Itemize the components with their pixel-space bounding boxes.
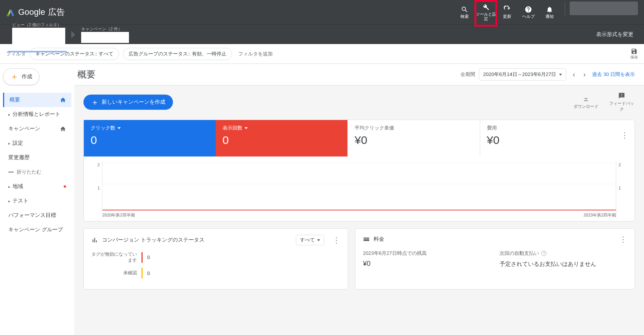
bottom-cards: コンバージョン トラッキングのステータス すべて ⋮ タグが無効になっています … — [83, 228, 635, 289]
chevron-right-icon: ▸ — [8, 112, 10, 117]
filter-bar: フィルタ キャンペーンのステータス:: すべて 広告グループのステータス:: 有… — [0, 44, 644, 64]
next-payment-col: 次回の自動支払い ? 予定されているお支払いはありません — [499, 250, 627, 268]
top-bar: Google 広告 検索 ツールと設定 更新 ヘルプ 通知 — [0, 0, 644, 24]
main-content: ＋ 新しいキャンペーンを作成 ダウンロード フィードバック クリック数 — [74, 85, 644, 335]
feedback-icon — [618, 92, 625, 99]
save-filter[interactable]: 保存 — [630, 48, 638, 60]
sidebar-item-regions[interactable]: ▸ 地域 — [3, 179, 71, 194]
help-tooltip-icon[interactable]: ? — [541, 251, 547, 256]
highlight-box — [474, 0, 497, 27]
active-indicator — [8, 51, 67, 52]
chevron-down-icon — [118, 127, 121, 129]
payment-icon — [363, 236, 370, 243]
collapse-icon — [8, 172, 14, 172]
refresh-action[interactable]: 更新 — [496, 2, 518, 23]
breadcrumb-separator — [71, 31, 75, 38]
account-switcher[interactable] — [570, 2, 638, 15]
divider — [565, 2, 565, 17]
sidebar-item-settings[interactable]: ▸ 設定 — [3, 136, 71, 150]
next-period[interactable]: › — [580, 70, 589, 79]
sidebar-item-test[interactable]: ▸ テスト — [3, 194, 71, 208]
tools-settings-action[interactable]: ツールと設定 — [475, 2, 496, 23]
help-icon — [525, 6, 532, 13]
cv-row-disabled: タグが無効になっています 0 — [91, 251, 340, 263]
download-action[interactable]: ダウンロード — [573, 95, 599, 109]
series-impressions-line — [102, 210, 616, 210]
cv-filter-select[interactable]: すべて — [296, 235, 324, 245]
download-icon — [583, 95, 589, 102]
breadcrumb-bar: ビュー（2 個のフィルタ） すべてのキャンペーン キャンペーン（2 件） キャン… — [0, 24, 644, 44]
sidebar-item-history[interactable]: 変更履歴 — [3, 150, 71, 165]
sidebar-item-groups[interactable]: キャンペーン グループ — [3, 223, 71, 237]
breadcrumb-campaign[interactable]: キャンペーン（2 件） キャンペーンを選択 — [77, 26, 134, 43]
top-actions: 検索 ツールと設定 更新 ヘルプ 通知 — [454, 2, 638, 23]
plus-icon: ＋ — [91, 98, 99, 106]
chevron-down-icon — [105, 41, 108, 43]
refresh-icon — [503, 6, 511, 13]
alert-dot-icon — [64, 185, 66, 188]
more-menu[interactable]: ⋮ — [333, 235, 340, 245]
sidebar: ＋ 作成 概要 ▸ 分析情報とレポート キャンペーン ▸ 設定 変更履歴 折りた… — [0, 64, 74, 335]
sidebar-item-performance[interactable]: パフォーマンス目標 — [3, 208, 71, 223]
chevron-right-icon: ▸ — [8, 141, 10, 145]
brand-suffix: 広告 — [48, 6, 65, 18]
chart-plot[interactable]: 2020年第2四半期 2023年第2四半期 — [102, 161, 616, 218]
google-ads-logo-icon — [6, 8, 15, 17]
period-label: 全期間 — [460, 71, 475, 78]
more-menu[interactable]: ⋮ — [621, 131, 628, 140]
metric-cost[interactable]: 費用 ¥0 — [480, 120, 612, 156]
search-icon — [461, 6, 468, 13]
billing-card: 料金 ⋮ 2023年6月27日時点での残高 ¥0 次回の自動支払い ? — [355, 228, 635, 289]
metric-impressions[interactable]: 表示回数 0 — [216, 120, 348, 156]
prev-period[interactable]: ‹ — [569, 70, 578, 79]
chevron-down-icon — [559, 74, 562, 76]
metrics-card: クリック数 0 表示回数 0 平均クリック単価 ¥0 費用 — [83, 120, 635, 221]
cv-bar-red — [141, 252, 143, 263]
date-range-picker[interactable]: 2020年6月14日～2023年6月27日 — [479, 68, 566, 81]
show-last-30-days[interactable]: 過去 30 日間を表示 — [592, 71, 635, 78]
bell-icon — [546, 6, 553, 13]
chevron-down-icon — [39, 45, 42, 47]
metric-clicks[interactable]: クリック数 0 — [84, 120, 216, 156]
trend-chart: 21 2020年第2四半期 2023年第2四半期 — [84, 156, 635, 221]
main: 概要 全期間 2020年6月14日～2023年6月27日 ‹ › 過去 30 日… — [74, 64, 644, 335]
change-view-format[interactable]: 表示形式を変更 — [590, 31, 639, 38]
home-icon — [60, 97, 66, 103]
search-action[interactable]: 検索 — [454, 2, 475, 23]
brand: Google 広告 — [6, 6, 65, 18]
chevron-right-icon: ▸ — [8, 185, 10, 189]
page-title: 概要 — [77, 68, 96, 81]
breadcrumb-view[interactable]: ビュー（2 個のフィルタ） すべてのキャンペーン — [5, 22, 70, 47]
y-axis-right: 21 — [616, 161, 627, 218]
bar-chart-icon — [91, 237, 98, 243]
metric-cpc[interactable]: 平均クリック単価 ¥0 — [348, 120, 480, 156]
sidebar-item-campaigns[interactable]: キャンペーン — [3, 122, 71, 136]
metrics-row: クリック数 0 表示回数 0 平均クリック単価 ¥0 費用 — [84, 120, 635, 156]
sidebar-collapse[interactable]: 折りたたむ — [3, 165, 71, 179]
conversion-tracking-card: コンバージョン トラッキングのステータス すべて ⋮ タグが無効になっています … — [83, 228, 348, 289]
filter-chip-adgroup-status[interactable]: 広告グループのステータス:: 有効、一時停止 — [123, 48, 232, 60]
notifications-action[interactable]: 通知 — [539, 2, 560, 23]
balance-col: 2023年6月27日時点での残高 ¥0 — [363, 250, 490, 268]
action-row: ＋ 新しいキャンペーンを作成 ダウンロード フィードバック — [83, 92, 635, 112]
home-icon — [36, 28, 42, 34]
feedback-action[interactable]: フィードバック — [608, 92, 635, 112]
more-menu[interactable]: ⋮ — [619, 235, 627, 244]
main-header: 概要 全期間 2020年6月14日～2023年6月27日 ‹ › 過去 30 日… — [74, 64, 644, 85]
sidebar-item-insights[interactable]: ▸ 分析情報とレポート — [3, 107, 71, 122]
new-campaign-button[interactable]: ＋ 新しいキャンペーンを作成 — [83, 95, 173, 110]
body: ＋ 作成 概要 ▸ 分析情報とレポート キャンペーン ▸ 設定 変更履歴 折りた… — [0, 64, 644, 335]
home-icon — [60, 126, 66, 132]
help-action[interactable]: ヘルプ — [518, 2, 539, 23]
y-axis-left: 21 — [91, 161, 102, 218]
add-filter[interactable]: フィルタを追加 — [238, 51, 273, 57]
chevron-down-icon — [317, 239, 320, 241]
chevron-down-icon — [245, 127, 248, 129]
sidebar-item-overview[interactable]: 概要 — [3, 93, 71, 107]
chevron-right-icon: ▸ — [8, 199, 10, 203]
metric-overflow: ⋮ — [612, 120, 635, 156]
create-button[interactable]: ＋ 作成 — [3, 68, 39, 85]
brand-name: Google — [18, 7, 45, 17]
filter-chip-campaign-status[interactable]: キャンペーンのステータス:: すべて — [30, 48, 119, 60]
cv-row-unverified: 未確認 0 — [91, 268, 340, 278]
